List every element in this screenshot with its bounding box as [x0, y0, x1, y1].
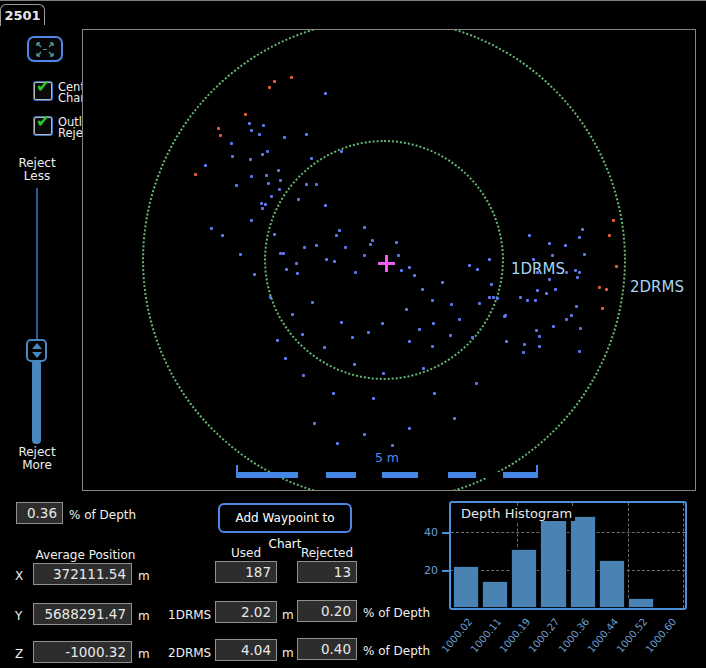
average-position-header: Average Position	[33, 548, 138, 562]
used-data-point	[408, 266, 411, 269]
used-data-point	[490, 283, 493, 286]
used-data-point	[273, 233, 276, 236]
rejected-count-field[interactable]: 13	[297, 561, 357, 583]
add-waypoint-button[interactable]: Add Waypoint to Chart	[218, 503, 352, 533]
rejected-data-point	[598, 286, 601, 289]
used-data-point	[552, 325, 555, 328]
used-data-point	[578, 350, 581, 353]
x-position-field[interactable]: 372111.54	[33, 563, 132, 585]
histogram-vgridline	[628, 503, 629, 608]
used-data-point	[551, 254, 554, 257]
drms2-unit: m	[282, 646, 294, 660]
used-data-point	[283, 136, 286, 139]
check-icon: ✔	[36, 76, 50, 96]
drms1-pct-field[interactable]: 0.20	[297, 600, 357, 622]
used-data-point	[297, 198, 300, 201]
average-position-cross	[378, 262, 395, 265]
used-data-point	[450, 303, 453, 306]
used-data-point	[565, 271, 568, 274]
used-data-point	[325, 258, 328, 261]
used-data-point	[363, 226, 366, 229]
used-data-point	[372, 397, 375, 400]
tab-2501[interactable]: 2501	[0, 4, 45, 26]
used-data-point	[332, 392, 335, 395]
used-data-point	[574, 269, 577, 272]
used-data-point	[548, 278, 551, 281]
rejected-header: Rejected	[297, 546, 357, 560]
drms2-pct-unit: % of Depth	[363, 644, 430, 658]
used-data-point	[296, 272, 299, 275]
used-data-point	[324, 92, 327, 95]
used-count-field[interactable]: 187	[215, 561, 277, 583]
histogram-hgridline	[451, 532, 685, 533]
used-data-point	[422, 367, 425, 370]
used-data-point	[285, 268, 288, 271]
tab-active-cover	[9, 25, 52, 26]
used-data-point	[250, 219, 253, 222]
drms1-unit: m	[282, 608, 294, 622]
ring-label-2drms: 2DRMS	[630, 278, 684, 296]
z-position-field[interactable]: -1000.32	[33, 641, 132, 663]
used-data-point	[519, 296, 522, 299]
scale-bar-segment	[298, 472, 326, 478]
used-data-point	[335, 234, 338, 237]
used-data-point	[523, 343, 526, 346]
used-data-point	[267, 182, 270, 185]
used-data-point	[564, 244, 567, 247]
reject-slider-filled-track[interactable]	[32, 360, 41, 444]
used-data-point	[230, 142, 233, 145]
used-data-point	[578, 236, 581, 239]
used-data-point	[391, 444, 394, 447]
y-position-field[interactable]: 5688291.47	[33, 603, 132, 625]
used-data-point	[340, 321, 343, 324]
used-data-point	[284, 357, 287, 360]
histogram-hgridline	[451, 570, 685, 571]
position-scatter-chart[interactable]: 1DRMS 2DRMS 5 m	[82, 29, 696, 491]
used-data-point	[266, 150, 269, 153]
histogram-bar	[511, 549, 537, 608]
used-data-point	[504, 314, 507, 317]
centre-view-button[interactable]	[27, 36, 63, 62]
used-data-point	[505, 340, 508, 343]
histogram-y-tick	[442, 570, 449, 572]
rejected-data-point	[290, 76, 293, 79]
used-data-point	[264, 203, 267, 206]
reject-less-label: Reject Less	[8, 157, 66, 183]
used-data-point	[235, 184, 238, 187]
rejected-data-point	[601, 307, 604, 310]
used-data-point	[278, 188, 281, 191]
used-data-point	[395, 241, 398, 244]
used-data-point	[397, 254, 400, 257]
used-data-point	[204, 164, 207, 167]
used-data-point	[554, 288, 557, 291]
used-data-point	[575, 305, 578, 308]
used-data-point	[581, 228, 584, 231]
outlier-reject-checkbox[interactable]: ✔	[34, 117, 52, 135]
drms1-value-field[interactable]: 2.02	[215, 601, 277, 623]
scale-bar-segment	[418, 472, 448, 478]
drms2-pct-field[interactable]: 0.40	[297, 638, 357, 660]
x-unit-label: m	[138, 569, 150, 583]
used-data-point	[432, 322, 435, 325]
used-data-point	[382, 372, 385, 375]
used-data-point	[534, 299, 537, 302]
rejected-data-point	[273, 80, 276, 83]
depth-error-pct-field[interactable]: 0.36	[16, 502, 63, 524]
used-data-point	[535, 329, 538, 332]
used-header: Used	[215, 546, 277, 560]
check-icon: ✔	[36, 111, 50, 131]
used-data-point	[363, 254, 366, 257]
used-data-point	[526, 299, 529, 302]
used-data-point	[253, 273, 256, 276]
reject-more-label: Reject More	[8, 446, 66, 472]
reject-slider-rail[interactable]	[36, 188, 38, 340]
y-axis-label: Y	[15, 609, 22, 623]
drms2-label: 2DRMS	[168, 646, 211, 660]
centre-chart-checkbox[interactable]: ✔	[34, 82, 52, 100]
slider-up-arrow-icon	[32, 343, 42, 349]
reject-slider-thumb[interactable]	[26, 339, 47, 362]
fit-expand-icon	[35, 42, 55, 57]
drms2-value-field[interactable]: 4.04	[215, 639, 277, 661]
used-data-point	[310, 157, 313, 160]
histogram-bar	[453, 566, 479, 608]
